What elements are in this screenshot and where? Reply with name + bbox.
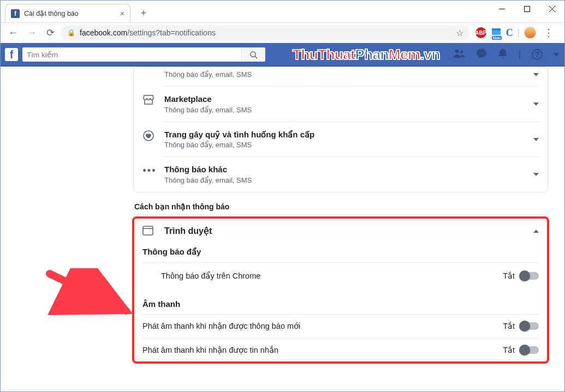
- option-state: Tắt: [503, 346, 515, 354]
- search-input[interactable]: [22, 47, 241, 62]
- chevron-down-icon: [533, 170, 539, 178]
- option-chrome-push: Thông báo đẩy trên Chrome Tắt: [134, 262, 548, 290]
- toggle-switch[interactable]: [520, 346, 539, 354]
- facebook-favicon: f: [11, 9, 20, 18]
- search-button[interactable]: [241, 47, 265, 62]
- card-title: Trình duyệt: [164, 226, 533, 236]
- tab-title: Cài đặt thông báo: [24, 9, 79, 17]
- address-bar[interactable]: 🔒 facebook.com/settings?tab=notification…: [61, 25, 470, 40]
- chevron-down-icon: [533, 135, 539, 143]
- row-title: Thông báo khác: [164, 164, 533, 175]
- row-subtitle: Thông báo đẩy, email, SMS: [164, 106, 533, 114]
- option-sound-notification: Phát âm thanh khi nhận được thông báo mớ…: [134, 314, 548, 338]
- option-state: Tắt: [503, 272, 515, 280]
- extension-c-icon[interactable]: C: [506, 27, 513, 39]
- window-close-button[interactable]: [539, 1, 564, 17]
- browser-notifications-card: Trình duyệt Thông báo đẩy Thông báo đẩy …: [133, 218, 548, 363]
- browser-toolbar: ← → ⟳ 🔒 facebook.com/settings?tab=notifi…: [1, 22, 564, 43]
- chevron-up-icon: [533, 227, 539, 234]
- browser-menu-icon[interactable]: ⋮: [540, 27, 557, 39]
- svg-rect-11: [143, 226, 153, 235]
- subsection-sound: Âm thanh: [134, 290, 548, 314]
- toggle-switch[interactable]: [520, 322, 539, 330]
- option-sound-message: Phát âm thanh khi nhận được tin nhắn Tắt: [134, 338, 548, 362]
- back-button[interactable]: ←: [5, 25, 21, 41]
- facebook-header: f | ?: [1, 43, 564, 67]
- row-subtitle: Thông báo đẩy, email, SMS: [164, 176, 533, 184]
- option-label: Thông báo đẩy trên Chrome: [161, 272, 503, 280]
- svg-line-7: [255, 56, 257, 58]
- svg-rect-1: [524, 6, 530, 11]
- facebook-search[interactable]: [22, 47, 265, 62]
- svg-point-8: [455, 49, 459, 53]
- option-label: Phát âm thanh khi nhận được thông báo mớ…: [142, 322, 503, 330]
- subsection-push: Thông báo đẩy: [134, 244, 548, 262]
- bookmark-star-icon[interactable]: ☆: [456, 28, 463, 38]
- settings-row[interactable]: Thông báo đẩy, email, SMS: [134, 67, 548, 86]
- svg-point-9: [460, 50, 463, 53]
- svg-line-13: [50, 274, 126, 311]
- page-content: Thông báo đẩy, email, SMS Marketplace Th…: [1, 67, 564, 391]
- more-icon: •••: [142, 165, 157, 176]
- close-tab-icon[interactable]: ×: [120, 9, 124, 18]
- row-subtitle: Thông báo đẩy, email, SMS: [164, 141, 533, 149]
- reload-button[interactable]: ⟳: [42, 25, 58, 41]
- profile-avatar[interactable]: [524, 27, 536, 39]
- settings-row-other[interactable]: ••• Thông báo khác Thông báo đẩy, email,…: [134, 156, 548, 192]
- section-header: Cách bạn nhận thông báo: [134, 202, 548, 211]
- adblock-extension-icon[interactable]: ABP: [475, 27, 486, 38]
- svg-rect-5: [492, 28, 501, 31]
- row-title: Marketplace: [164, 94, 533, 105]
- facebook-logo[interactable]: f: [5, 48, 18, 61]
- new-tab-button[interactable]: +: [136, 5, 151, 21]
- notifications-icon[interactable]: [498, 48, 508, 62]
- svg-point-6: [251, 51, 255, 56]
- chevron-down-icon: [533, 70, 539, 78]
- account-dropdown-icon[interactable]: [554, 53, 559, 57]
- help-icon[interactable]: ?: [532, 49, 543, 60]
- toggle-switch[interactable]: [520, 272, 539, 280]
- friend-requests-icon[interactable]: [453, 49, 465, 61]
- browser-tab[interactable]: f Cài đặt thông báo ×: [5, 4, 130, 22]
- fundraiser-icon: [142, 130, 157, 142]
- chrome-icon: [142, 270, 154, 282]
- messenger-icon[interactable]: [476, 48, 487, 62]
- settings-row-fundraiser[interactable]: Trang gây quỹ và tình huống khẩn cấp Thô…: [134, 122, 548, 157]
- option-state: Tắt: [503, 322, 515, 330]
- row-subtitle: Thông báo đẩy, email, SMS: [164, 70, 533, 79]
- annotation-arrow: [44, 268, 142, 323]
- url-text: facebook.com/settings?tab=notifications: [80, 28, 451, 37]
- lock-icon: 🔒: [67, 29, 75, 37]
- window-maximize-button[interactable]: [514, 1, 539, 17]
- extension-icon[interactable]: New: [491, 27, 502, 38]
- marketplace-icon: [142, 94, 157, 105]
- window-titlebar: f Cài đặt thông báo × +: [1, 1, 564, 22]
- settings-row-marketplace[interactable]: Marketplace Thông báo đẩy, email, SMS: [134, 86, 548, 122]
- option-label: Phát âm thanh khi nhận được tin nhắn: [142, 346, 503, 354]
- browser-icon: [142, 226, 157, 236]
- forward-button[interactable]: →: [23, 25, 40, 41]
- notification-topics-card: Thông báo đẩy, email, SMS Marketplace Th…: [133, 67, 548, 192]
- chevron-down-icon: [533, 100, 539, 107]
- card-header-browser[interactable]: Trình duyệt: [134, 218, 548, 244]
- row-title: Trang gây quỹ và tình huống khẩn cấp: [164, 129, 533, 140]
- window-minimize-button[interactable]: [489, 1, 514, 17]
